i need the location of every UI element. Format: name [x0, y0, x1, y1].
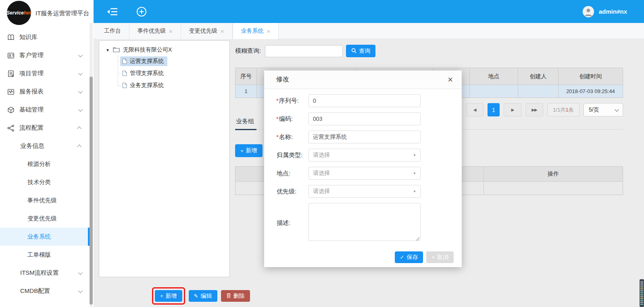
name-input[interactable] — [308, 131, 421, 143]
chart-icon — [7, 88, 15, 95]
col-action: 操作 — [484, 167, 623, 181]
org-tree-panel: ▼ 无限科技有限公司X 运营支撑系统 管理支撑系统 业务支撑系统 — [99, 40, 230, 277]
chevron-down-icon — [78, 89, 83, 93]
sidebar-item-cmdb-config[interactable]: CMDB配置 — [0, 282, 90, 300]
sidebar-item-customer-mgmt[interactable]: 客户管理 — [0, 46, 90, 64]
page-size-select[interactable]: 5/页 — [584, 103, 623, 116]
sidebar-item-incident-priority[interactable]: 事件优先级 — [0, 191, 90, 210]
sidebar-item-change-priority[interactable]: 变更优先级 — [0, 210, 90, 228]
close-tab-icon[interactable]: × — [169, 28, 173, 34]
chevron-down-icon — [78, 288, 83, 292]
code-input[interactable] — [308, 112, 421, 125]
group-add-area: + 新增 — [235, 144, 263, 157]
modal-footer: ✓ 保存 × 取消 — [264, 248, 462, 263]
type-select[interactable]: 请选择 ▼ — [308, 149, 421, 162]
logo[interactable]: Servicehot — [7, 1, 31, 25]
page: Servicehot IT服务运营管理平台 知识库 客户管理 项目管理 服务报表 — [0, 0, 644, 307]
tree-root-node[interactable]: ▼ 无限科技有限公司X — [99, 41, 229, 55]
description-textarea[interactable] — [308, 203, 421, 241]
close-icon[interactable]: × — [448, 75, 453, 84]
tab-change-priority[interactable]: 变更优先级 × — [181, 23, 233, 39]
logo-text: Servicehot — [6, 10, 31, 16]
col-location: 地点 — [469, 68, 518, 85]
tree-edit-button[interactable]: ✎ 编辑 — [189, 290, 217, 302]
save-button[interactable]: ✓ 保存 — [395, 251, 423, 263]
username[interactable]: admin#nx — [599, 8, 627, 15]
sequence-label: *序列号: — [264, 97, 308, 105]
fuzzy-query-input[interactable] — [265, 45, 343, 57]
search-row: 模糊查询: 查询 — [235, 45, 375, 57]
chevron-down-icon — [78, 71, 83, 75]
sidebar-item-project-mgmt[interactable]: 项目管理 — [0, 64, 90, 83]
tab-business-system[interactable]: 业务系统 × — [233, 23, 279, 39]
close-tab-icon[interactable]: × — [221, 28, 224, 34]
chevron-down-icon — [78, 52, 83, 57]
page-number-button[interactable]: 1 — [488, 103, 500, 116]
sidebar-scrollbar[interactable] — [90, 23, 93, 307]
highlight-annotation-box: + 新增 — [152, 287, 185, 305]
name-label: *名称: — [264, 133, 308, 141]
tab-incident-priority[interactable]: 事件优先级 × — [129, 23, 181, 39]
sidebar-item-base-mgmt[interactable]: 基础管理 — [0, 101, 90, 119]
cancel-button[interactable]: × 取消 — [426, 251, 454, 263]
search-icon — [351, 48, 356, 54]
sidebar-item-knowledge-base[interactable]: 知识库 — [0, 28, 90, 46]
sidebar-menu: 知识库 客户管理 项目管理 服务报表 基础管理 — [0, 25, 90, 300]
chevron-down-icon — [78, 270, 83, 274]
chevron-up-icon — [77, 144, 81, 149]
description-label: 描述: — [264, 219, 308, 227]
col-create-time: 创建时间 — [558, 68, 623, 85]
resize-grip-icon[interactable] — [416, 237, 419, 241]
caret-down-icon: ▼ — [413, 154, 416, 157]
last-page-button[interactable]: ▶▶ — [525, 103, 543, 116]
location-select[interactable]: 请选择 ▼ — [308, 167, 421, 180]
book-icon — [7, 34, 15, 41]
modal-title: 修改 — [276, 75, 289, 84]
folder-icon — [113, 47, 120, 54]
close-tab-icon[interactable]: × — [267, 28, 271, 34]
location-label: 地点: — [264, 170, 308, 177]
chevron-up-icon — [77, 126, 81, 131]
avatar[interactable] — [583, 6, 594, 17]
check-icon: ✓ — [400, 255, 404, 260]
tree-node-operation-support[interactable]: 运营支撑系统 — [99, 55, 229, 67]
sequence-input[interactable] — [308, 94, 421, 107]
pencil-icon: ✎ — [194, 293, 198, 299]
project-icon — [7, 70, 15, 77]
page-summary: 1/1共1条 — [547, 103, 579, 116]
tab-workbench[interactable]: 工作台 — [96, 23, 129, 39]
sidebar-item-root-cause[interactable]: 根源分析 — [0, 155, 90, 173]
tree-expand-icon[interactable]: ▼ — [106, 48, 110, 52]
sidebar-item-process-config[interactable]: 流程配置 — [0, 119, 90, 137]
tabbar: 工作台 事件优先级 × 变更优先级 × 业务系统 × — [94, 23, 644, 39]
tree-node-business-support[interactable]: 业务支撑系统 — [99, 79, 229, 91]
sidebar-item-ticket-template[interactable]: 工单模版 — [0, 246, 90, 264]
sidebar-scrollbar-thumb[interactable] — [90, 77, 93, 305]
col-creator: 创建人 — [518, 68, 558, 85]
sidebar-item-itsm-process[interactable]: ITSM流程设置 — [0, 264, 90, 282]
priority-label: 优先级: — [264, 188, 308, 195]
col-seq: 序号 — [236, 68, 256, 85]
sidebar-item-tech-category[interactable]: 技术分类 — [0, 173, 90, 191]
trash-icon — [226, 293, 231, 299]
tree-add-button[interactable]: + 新增 — [155, 290, 182, 302]
tree-delete-button[interactable]: 删除 — [221, 290, 250, 302]
collapse-sidebar-icon[interactable] — [106, 7, 119, 16]
topbar: admin#nx — [94, 0, 644, 23]
priority-select[interactable]: 请选择 ▼ — [308, 185, 421, 198]
query-button[interactable]: 查询 — [346, 45, 375, 57]
chevron-down-icon — [615, 107, 619, 111]
caret-down-icon: ▼ — [413, 172, 416, 175]
tree-node-mgmt-support[interactable]: 管理支撑系统 — [99, 67, 229, 79]
minimap-scrollbar[interactable] — [640, 279, 644, 307]
prev-page-button[interactable]: ◀ — [466, 103, 484, 116]
sidebar-item-service-report[interactable]: 服务报表 — [0, 83, 90, 101]
code-label: *编码: — [264, 115, 308, 123]
tab-business-group[interactable]: 业务组 — [235, 118, 256, 130]
sidebar-item-business-info[interactable]: 业务信息 — [0, 137, 90, 155]
next-page-button[interactable]: ▶ — [504, 103, 521, 116]
group-add-button[interactable]: + 新增 — [235, 144, 263, 157]
user-area: admin#nx — [583, 6, 627, 17]
sidebar-item-business-system[interactable]: 业务系统 — [0, 228, 90, 246]
add-tab-icon[interactable] — [136, 6, 147, 17]
